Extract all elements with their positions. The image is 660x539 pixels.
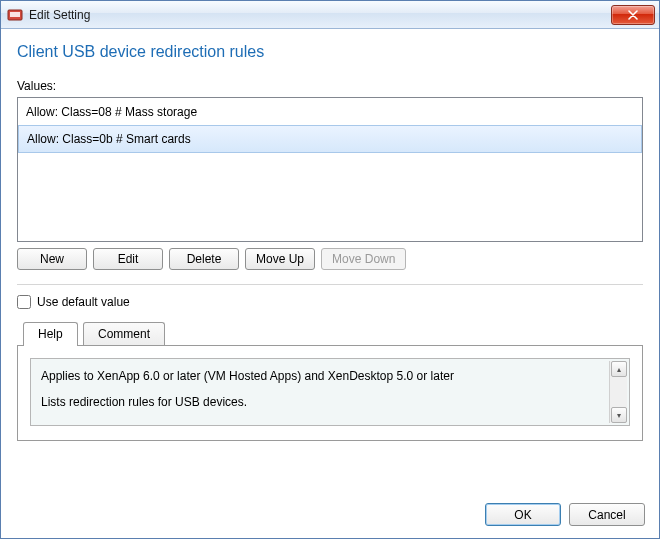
help-text-line: Lists redirection rules for USB devices. xyxy=(41,395,601,409)
list-item-text: Allow: Class=08 # Mass storage xyxy=(26,105,197,119)
move-up-button[interactable]: Move Up xyxy=(245,248,315,270)
values-listbox[interactable]: Allow: Class=08 # Mass storage Allow: Cl… xyxy=(17,97,643,242)
divider xyxy=(17,284,643,285)
values-button-row: New Edit Delete Move Up Move Down xyxy=(17,248,643,270)
scrollbar[interactable]: ▴ ▾ xyxy=(609,361,627,423)
list-item[interactable]: Allow: Class=08 # Mass storage xyxy=(18,98,642,126)
ok-button[interactable]: OK xyxy=(485,503,561,526)
move-down-button[interactable]: Move Down xyxy=(321,248,406,270)
tab-comment[interactable]: Comment xyxy=(83,322,165,346)
new-button[interactable]: New xyxy=(17,248,87,270)
policy-title: Client USB device redirection rules xyxy=(17,43,643,61)
list-item[interactable]: Allow: Class=0b # Smart cards xyxy=(18,125,642,153)
edit-setting-window: Edit Setting Client USB device redirecti… xyxy=(0,0,660,539)
close-button[interactable] xyxy=(611,5,655,25)
dialog-footer: OK Cancel xyxy=(1,493,659,538)
list-item-text: Allow: Class=0b # Smart cards xyxy=(27,132,191,146)
scroll-up-icon[interactable]: ▴ xyxy=(611,361,627,377)
app-icon xyxy=(7,7,23,23)
tabstrip: Help Comment xyxy=(23,321,643,345)
dialog-body: Client USB device redirection rules Valu… xyxy=(1,29,659,493)
window-title: Edit Setting xyxy=(29,8,611,22)
tab-help[interactable]: Help xyxy=(23,322,78,346)
titlebar: Edit Setting xyxy=(1,1,659,29)
cancel-button[interactable]: Cancel xyxy=(569,503,645,526)
use-default-value-row[interactable]: Use default value xyxy=(17,295,643,309)
help-text-line: Applies to XenApp 6.0 or later (VM Hoste… xyxy=(41,369,601,383)
edit-button[interactable]: Edit xyxy=(93,248,163,270)
delete-button[interactable]: Delete xyxy=(169,248,239,270)
use-default-value-label: Use default value xyxy=(37,295,130,309)
scroll-down-icon[interactable]: ▾ xyxy=(611,407,627,423)
tab-body: Applies to XenApp 6.0 or later (VM Hoste… xyxy=(17,345,643,441)
help-pane: Applies to XenApp 6.0 or later (VM Hoste… xyxy=(30,358,630,426)
svg-rect-1 xyxy=(10,12,20,17)
values-label: Values: xyxy=(17,79,643,93)
use-default-value-checkbox[interactable] xyxy=(17,295,31,309)
